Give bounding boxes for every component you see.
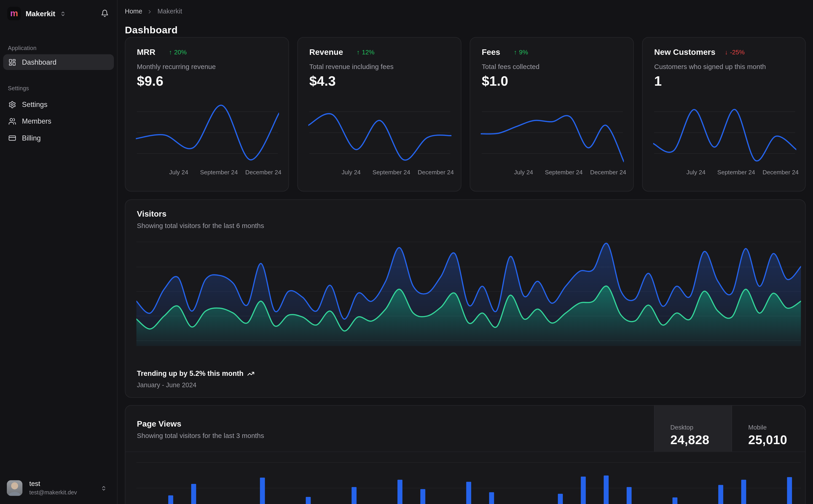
arrow-up-icon: ↑ [169, 48, 172, 56]
page-views-card: Page Views Showing total visitors for th… [125, 405, 806, 504]
stat-subtitle: Customers who signed up this month [654, 63, 766, 70]
arrow-up-icon: ↑ [514, 48, 517, 56]
sidebar-section-application: Application [8, 45, 36, 51]
stat-delta-badge: ↑9% [514, 48, 528, 56]
mrr-sparkline-chart [136, 99, 279, 167]
chevron-right-icon [147, 9, 153, 14]
breadcrumb-home-link[interactable]: Home [125, 8, 142, 15]
x-axis-labels: July 24September 24December 24 [643, 169, 807, 178]
sidebar-item-label: Billing [22, 134, 41, 142]
stat-card-fees: Fees ↑9% Total fees collected $1.0 July … [470, 37, 634, 191]
makerkit-logo-icon: m [7, 7, 21, 20]
sidebar-item-settings[interactable]: Settings [3, 97, 114, 112]
page-views-title: Page Views [137, 419, 181, 429]
page-title: Dashboard [125, 24, 178, 36]
page-views-subtitle: Showing total visitors for the last 3 mo… [137, 432, 264, 439]
visitors-subtitle: Showing total visitors for the last 6 mo… [137, 222, 264, 230]
dashboard-app: m Makerkit Application Dashboard Setting… [0, 0, 813, 504]
revenue-sparkline-chart [308, 99, 451, 167]
user-menu[interactable]: test test@makerkit.dev [0, 474, 117, 504]
visitors-title: Visitors [137, 209, 166, 219]
sidebar-item-label: Members [22, 117, 51, 125]
stat-card-revenue: Revenue ↑12% Total revenue including fee… [297, 37, 461, 191]
visitors-area-chart [136, 236, 801, 347]
x-axis-labels: July 24September 24December 24 [125, 169, 289, 178]
trending-up-icon [247, 370, 255, 377]
visitors-date-range: January - June 2024 [137, 382, 196, 389]
breadcrumb-current: Makerkit [157, 8, 182, 15]
mobile-count: 25,010 [748, 433, 806, 447]
divider [125, 451, 805, 452]
stat-title: Revenue [309, 48, 343, 57]
fees-sparkline-chart [481, 99, 624, 167]
stat-title: MRR [137, 48, 155, 57]
notifications-bell-icon[interactable] [101, 9, 109, 19]
chevrons-up-down-icon [60, 11, 66, 16]
x-axis-labels: July 24September 24December 24 [298, 169, 462, 178]
stat-subtitle: Monthly recurring revenue [137, 63, 216, 70]
user-name: test [29, 480, 40, 488]
stat-card-new-customers: New Customers ↓-25% Customers who signed… [642, 37, 806, 191]
toggle-mobile[interactable]: Mobile 25,010 [733, 406, 806, 451]
settings-icon [8, 101, 16, 108]
stat-title: Fees [482, 48, 500, 57]
breadcrumb: Home Makerkit [125, 8, 182, 15]
sidebar-item-label: Settings [22, 101, 47, 108]
stat-value: $9.6 [137, 73, 163, 89]
arrow-down-icon: ↓ [725, 48, 728, 56]
sidebar-item-billing[interactable]: Billing [3, 130, 114, 146]
stat-subtitle: Total fees collected [482, 63, 539, 70]
page-views-bar-chart [136, 453, 801, 504]
toggle-desktop[interactable]: Desktop 24,828 [654, 406, 732, 451]
sidebar-item-members[interactable]: Members [3, 113, 114, 129]
visitors-trend-text: Trending up by 5.2% this month [137, 370, 255, 377]
x-axis-labels: July 24September 24December 24 [470, 169, 634, 178]
stat-value: $4.3 [309, 73, 336, 89]
user-avatar [7, 480, 23, 496]
workspace-switcher[interactable]: m Makerkit [7, 7, 66, 20]
sidebar-section-settings: Settings [8, 85, 29, 91]
arrow-up-icon: ↑ [357, 48, 360, 56]
user-email: test@makerkit.dev [29, 489, 77, 495]
stat-delta-badge: ↑12% [357, 48, 375, 56]
billing-icon [8, 134, 16, 142]
members-icon [8, 117, 16, 125]
stat-value: 1 [654, 73, 662, 89]
desktop-count: 24,828 [670, 433, 731, 447]
sidebar-item-dashboard[interactable]: Dashboard [3, 54, 114, 70]
new-customers-sparkline-chart [653, 99, 796, 167]
stat-title: New Customers [654, 48, 715, 57]
stat-subtitle: Total revenue including fees [309, 63, 394, 70]
sidebar: m Makerkit Application Dashboard Setting… [0, 0, 117, 504]
stat-card-mrr: MRR ↑20% Monthly recurring revenue $9.6 … [125, 37, 289, 191]
stat-delta-badge: ↑20% [169, 48, 187, 56]
dashboard-icon [8, 58, 16, 66]
main-content: Home Makerkit Dashboard MRR ↑20% Monthly… [117, 0, 813, 504]
visitors-card: Visitors Showing total visitors for the … [125, 199, 806, 398]
stat-delta-badge: ↓-25% [725, 48, 745, 56]
workspace-name: Makerkit [26, 9, 55, 18]
stat-value: $1.0 [482, 73, 508, 89]
chevrons-up-down-icon [101, 485, 106, 491]
sidebar-item-label: Dashboard [22, 58, 56, 66]
